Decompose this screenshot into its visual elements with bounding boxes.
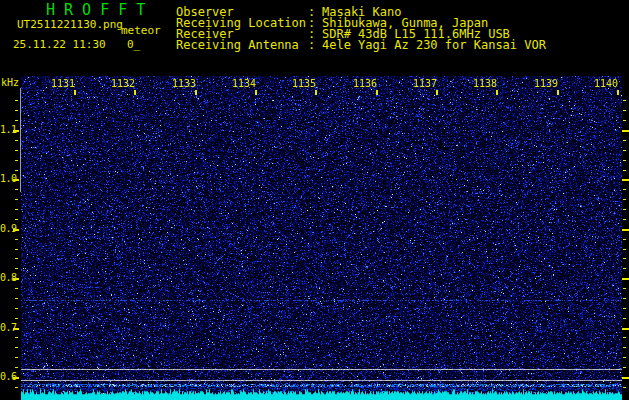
freq-tick-minor-right — [623, 288, 626, 289]
time-tick-mark — [134, 90, 136, 95]
freq-tick-minor-left — [15, 140, 18, 141]
time-tick-label: 1139 — [533, 78, 558, 90]
time-tick-mark — [496, 90, 498, 95]
freq-tick-major-left — [13, 229, 19, 231]
freq-tick-minor-right — [623, 308, 626, 309]
freq-tick-minor-right — [623, 249, 626, 250]
freq-tick-major-left — [13, 328, 19, 330]
freq-tick-major-right — [622, 328, 629, 330]
freq-tick-minor-right — [623, 357, 626, 358]
freq-axis-line — [20, 88, 21, 192]
time-tick-label: 1134 — [231, 78, 256, 90]
cursor-indicator: 0_ — [127, 39, 140, 50]
time-tick-mark — [376, 90, 378, 95]
freq-tick-minor-left — [15, 189, 18, 190]
observation-label: Receiving Antenna — [176, 39, 299, 51]
observation-tag: meteor — [121, 25, 161, 36]
freq-tick-major-left — [13, 179, 19, 181]
freq-tick-major-right — [622, 130, 629, 132]
freq-tick-minor-right — [623, 268, 626, 269]
freq-tick-minor-right — [623, 367, 626, 368]
time-tick-label: 1136 — [352, 78, 377, 90]
freq-tick-minor-right — [623, 258, 626, 259]
freq-tick-minor-left — [15, 100, 18, 101]
freq-tick-major-right — [622, 278, 629, 280]
time-tick-mark — [195, 90, 197, 95]
freq-tick-major-left — [13, 377, 19, 379]
freq-tick-minor-left — [15, 357, 18, 358]
time-tick-label: 1137 — [412, 78, 437, 90]
freq-tick-minor-left — [15, 318, 18, 319]
time-tick-mark — [617, 90, 619, 95]
freq-tick-minor-right — [623, 189, 626, 190]
time-tick-mark — [74, 90, 76, 95]
time-tick-mark — [436, 90, 438, 95]
freq-tick-minor-left — [15, 209, 18, 210]
freq-tick-minor-left — [15, 249, 18, 250]
freq-tick-major-left — [13, 130, 19, 132]
observation-row: Receiving Antenna : 4ele Yagi Az 230 for… — [176, 39, 626, 51]
time-tick-label: 1140 — [593, 78, 618, 90]
time-tick-mark — [315, 90, 317, 95]
freq-tick-minor-right — [623, 160, 626, 161]
time-tick-label: 1132 — [110, 78, 135, 90]
freq-tick-minor-right — [623, 337, 626, 338]
freq-tick-minor-left — [15, 387, 18, 388]
observation-value: 4ele Yagi Az 230 for Kansai VOR — [322, 39, 546, 51]
freq-tick-minor-left — [15, 258, 18, 259]
freq-tick-minor-right — [623, 110, 626, 111]
app-title: H R O F F T — [46, 3, 145, 17]
freq-tick-minor-left — [15, 239, 18, 240]
freq-tick-minor-right — [623, 209, 626, 210]
freq-axis-unit: kHz — [1, 77, 19, 88]
freq-tick-minor-left — [15, 298, 18, 299]
time-tick-label: 1135 — [291, 78, 316, 90]
observation-colon: : — [308, 39, 315, 51]
freq-tick-minor-left — [15, 308, 18, 309]
freq-tick-minor-left — [15, 170, 18, 171]
time-tick-label: 1131 — [50, 78, 75, 90]
freq-tick-major-right — [622, 377, 629, 379]
freq-tick-minor-right — [623, 199, 626, 200]
freq-tick-minor-right — [623, 387, 626, 388]
freq-tick-minor-right — [623, 150, 626, 151]
freq-tick-minor-left — [15, 337, 18, 338]
freq-tick-minor-left — [15, 150, 18, 151]
timestamp: 25.11.22 11:30 — [13, 39, 106, 50]
filename: UT2511221130.png — [17, 19, 123, 30]
freq-tick-minor-left — [15, 110, 18, 111]
freq-tick-minor-right — [623, 100, 626, 101]
freq-tick-minor-left — [15, 367, 18, 368]
freq-tick-minor-left — [15, 268, 18, 269]
time-tick-label: 1138 — [472, 78, 497, 90]
spectrogram-canvas — [21, 76, 622, 400]
time-tick-mark — [557, 90, 559, 95]
freq-tick-minor-right — [623, 318, 626, 319]
freq-tick-minor-right — [623, 140, 626, 141]
freq-tick-minor-right — [623, 219, 626, 220]
freq-tick-minor-left — [15, 120, 18, 121]
freq-tick-minor-right — [623, 239, 626, 240]
freq-tick-minor-right — [623, 347, 626, 348]
freq-tick-minor-left — [15, 347, 18, 348]
freq-tick-minor-left — [15, 160, 18, 161]
freq-tick-minor-left — [15, 288, 18, 289]
freq-tick-major-left — [13, 278, 19, 280]
freq-tick-major-right — [622, 229, 629, 231]
freq-tick-minor-left — [15, 199, 18, 200]
freq-tick-major-right — [622, 179, 629, 181]
freq-tick-minor-right — [623, 170, 626, 171]
freq-tick-minor-right — [623, 120, 626, 121]
time-tick-label: 1133 — [171, 78, 196, 90]
freq-tick-minor-left — [15, 219, 18, 220]
freq-tick-minor-right — [623, 298, 626, 299]
time-tick-mark — [255, 90, 257, 95]
